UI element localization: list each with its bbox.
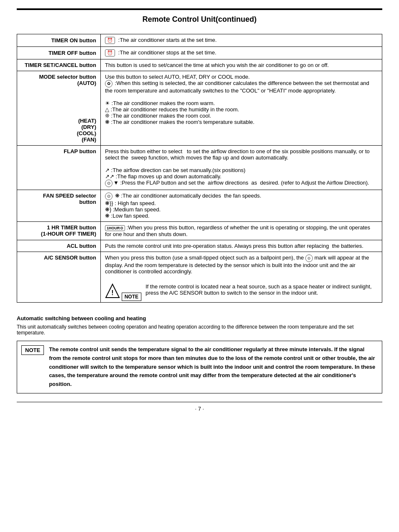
warning-triangle-icon: !: [105, 283, 120, 298]
fan-speed-content: ⊙ ❋ :The air conditioner automatically d…: [101, 190, 382, 222]
acl-button-label: ACL button: [17, 240, 101, 252]
flap-auto-icon: ↗↗: [105, 173, 114, 180]
auto-mode-icon: ✿: [105, 80, 113, 87]
auto-switch-text: This unit automatically switches between…: [17, 324, 382, 336]
sensor-icon: ⊙: [305, 254, 313, 262]
flap-press-icon: ⊙: [105, 180, 113, 187]
ac-sensor-content: When you press this button (use a small-…: [101, 252, 382, 303]
auto-switch-title: Automatic switching between cooling and …: [17, 315, 382, 321]
note-label: NOTE: [21, 345, 44, 355]
table-row: 1 HR TIMER button(1-HOUR OFF TIMER) 1HOU…: [17, 222, 382, 240]
fan-icon: ❋: [105, 119, 110, 125]
mode-selector-label: MODE selector button (AUTO) (HEAT) (DRY)…: [17, 71, 101, 146]
table-row: FAN SPEED selectorbutton ⊙ ❋ :The air co…: [17, 190, 382, 222]
timer-off-icon: ⏰: [105, 49, 115, 57]
one-hr-timer-content: 1HOUR⊙:When you press this button, regar…: [101, 222, 382, 240]
timer-off-label: TIMER OFF button: [17, 47, 101, 59]
flap-manual-icon: ↗: [105, 167, 110, 173]
table-row: FLAP button Press this button either to …: [17, 146, 382, 190]
note-text: The remote control unit sends the temper…: [49, 345, 378, 389]
ac-sensor-label: A/C SENSOR button: [17, 252, 101, 303]
page-number: · 7 ·: [17, 402, 382, 412]
table-row: ACL button Puts the remote control unit …: [17, 240, 382, 252]
timer-set-content: This button is used to set/cancel the ti…: [101, 59, 382, 71]
fan-low-icon: ❋: [105, 213, 110, 219]
timer-set-label: TIMER SET/CANCEL button: [17, 59, 101, 71]
table-row: TIMER OFF button ⏰ :The air conditioner …: [17, 47, 382, 59]
table-row: MODE selector button (AUTO) (HEAT) (DRY)…: [17, 71, 382, 146]
note-box: NOTE The remote control unit sends the t…: [17, 341, 382, 393]
table-row: TIMER SET/CANCEL button This button is u…: [17, 59, 382, 71]
flap-arrow-icon: ▼: [113, 180, 119, 186]
dry-icon: △: [105, 106, 109, 113]
one-hour-icon: 1HOUR⊙: [105, 225, 125, 231]
svg-text:!: !: [111, 289, 113, 296]
note-label-inline: NOTE: [122, 293, 141, 301]
one-hr-timer-label: 1 HR TIMER button(1-HOUR OFF TIMER): [17, 222, 101, 240]
fan-high-icon: ❋}}: [105, 200, 113, 206]
fan-icon: ❋: [115, 193, 120, 199]
timer-off-content: ⏰ :The air conditioner stops at the set …: [101, 47, 382, 59]
heat-icon: ☀: [105, 100, 110, 106]
mode-selector-content: Use this button to select AUTO, HEAT, DR…: [101, 71, 382, 146]
fan-med-icon: ❋}: [105, 206, 111, 213]
main-table: TIMER ON button ⏰ :The air conditioner s…: [17, 34, 382, 303]
timer-on-label: TIMER ON button: [17, 34, 101, 47]
bottom-section: Automatic switching between cooling and …: [17, 311, 382, 393]
cool-icon: ❊: [105, 113, 110, 119]
flap-button-label: FLAP button: [17, 146, 101, 190]
timer-on-icon: ⏰: [105, 37, 115, 44]
acl-button-content: Puts the remote control unit into pre-op…: [101, 240, 382, 252]
table-row: TIMER ON button ⏰ :The air conditioner s…: [17, 34, 382, 47]
page-title: Remote Control Unit(continued): [17, 9, 382, 27]
timer-on-content: ⏰ :The air conditioner starts at the set…: [101, 34, 382, 47]
flap-button-content: Press this button either to select to se…: [101, 146, 382, 190]
ac-sensor-note: If the remote control is located near a …: [146, 283, 378, 296]
fan-speed-label: FAN SPEED selectorbutton: [17, 190, 101, 222]
fan-auto-icon: ⊙: [105, 193, 113, 200]
table-row: A/C SENSOR button When you press this bu…: [17, 252, 382, 303]
